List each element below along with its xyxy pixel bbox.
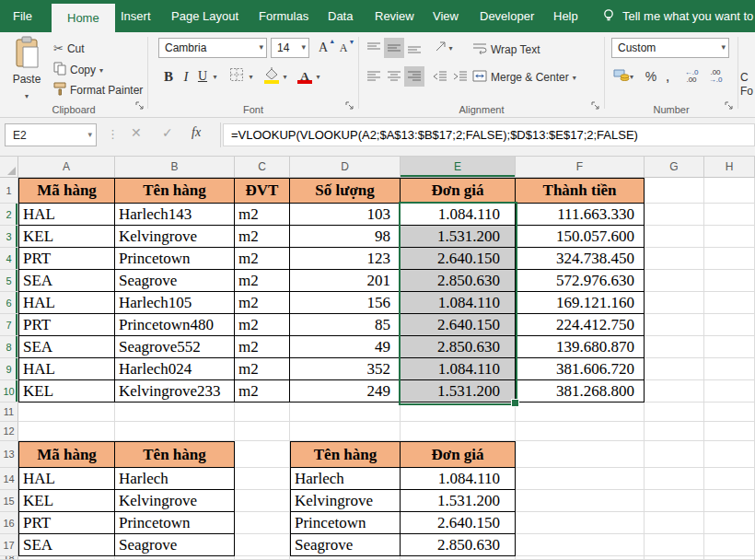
- cell[interactable]: PRT: [18, 512, 115, 534]
- row-header[interactable]: 3: [0, 226, 18, 248]
- cell[interactable]: Princetown480: [115, 314, 235, 336]
- cell[interactable]: 111.663.330: [516, 204, 645, 226]
- cell[interactable]: HAL: [18, 204, 115, 226]
- empty-cell[interactable]: [18, 402, 115, 422]
- row-header[interactable]: 10: [0, 380, 18, 402]
- italic-button[interactable]: I: [179, 66, 193, 87]
- cell[interactable]: Princetown: [115, 512, 235, 534]
- cell[interactable]: PRT: [18, 314, 115, 336]
- tab-developer[interactable]: Developer: [480, 0, 534, 32]
- cell[interactable]: KEL: [18, 490, 115, 512]
- grow-font-button[interactable]: A▲: [313, 38, 333, 58]
- cell[interactable]: 201: [290, 270, 401, 292]
- cell[interactable]: Tên hàng: [290, 441, 401, 468]
- tab-review[interactable]: Review: [375, 0, 414, 32]
- selected-cell[interactable]: 2.850.630: [401, 336, 516, 358]
- decrease-decimal-button[interactable]: .00→.0: [705, 66, 726, 87]
- font-size-combo[interactable]: 14▾: [271, 38, 309, 58]
- cell[interactable]: PRT: [18, 248, 115, 270]
- empty-cell[interactable]: [290, 402, 401, 422]
- font-color-dropdown[interactable]: ▾: [313, 66, 323, 87]
- cell[interactable]: SEA: [18, 336, 115, 358]
- empty-cell[interactable]: [704, 314, 755, 336]
- active-cell[interactable]: 1.084.110: [401, 204, 516, 226]
- cell[interactable]: 156: [290, 292, 401, 314]
- column-header-B[interactable]: B: [115, 157, 235, 178]
- name-box[interactable]: E2 ▾: [5, 123, 97, 146]
- cell[interactable]: 381.268.800: [516, 380, 645, 402]
- cell[interactable]: Seagrove: [115, 534, 235, 556]
- empty-cell[interactable]: [704, 468, 755, 490]
- selected-cell[interactable]: 1.084.110: [401, 358, 516, 380]
- underline-button[interactable]: U: [195, 66, 210, 87]
- cell[interactable]: Seagrove: [115, 270, 235, 292]
- selected-cell[interactable]: 2.640.150: [401, 314, 516, 336]
- empty-cell[interactable]: [704, 292, 755, 314]
- tab-formulas[interactable]: Formulas: [259, 0, 308, 32]
- cell[interactable]: 249: [290, 380, 401, 402]
- tab-page-layout[interactable]: Page Layout: [171, 0, 238, 32]
- empty-cell[interactable]: [516, 468, 645, 490]
- empty-cell[interactable]: [235, 402, 290, 422]
- cell[interactable]: Kelvingrove: [115, 490, 235, 512]
- decrease-indent-button[interactable]: [430, 66, 450, 87]
- cell[interactable]: m2: [235, 204, 290, 226]
- cell[interactable]: m2: [235, 358, 290, 380]
- empty-cell[interactable]: [645, 441, 704, 468]
- empty-cell[interactable]: [645, 292, 704, 314]
- cell[interactable]: m2: [235, 314, 290, 336]
- cell[interactable]: 1.531.200: [401, 490, 516, 512]
- empty-cell[interactable]: [704, 226, 755, 248]
- column-header-G[interactable]: G: [645, 157, 704, 178]
- cell[interactable]: m2: [235, 248, 290, 270]
- borders-button[interactable]: [226, 66, 247, 87]
- cell[interactable]: Thành tiền: [516, 178, 645, 204]
- name-box-dropdown-arrow[interactable]: ▾: [87, 130, 92, 139]
- cell[interactable]: HAL: [18, 468, 115, 490]
- borders-dropdown[interactable]: ▾: [246, 66, 256, 87]
- wrap-text-button[interactable]: Wrap Text: [472, 41, 540, 57]
- paste-button[interactable]: Paste ▾: [6, 36, 48, 113]
- cell[interactable]: Princetown: [290, 512, 401, 534]
- top-align-button[interactable]: [364, 38, 384, 58]
- row-header[interactable]: 6: [0, 292, 18, 314]
- cell[interactable]: Đơn giá: [401, 441, 516, 468]
- empty-cell[interactable]: [235, 512, 290, 534]
- cell[interactable]: 1.084.110: [401, 468, 516, 490]
- tell-me-search[interactable]: Tell me what you want to: [622, 0, 753, 32]
- cell[interactable]: HAL: [18, 292, 115, 314]
- row-header[interactable]: 18: [0, 556, 18, 560]
- empty-cell[interactable]: [704, 402, 755, 422]
- empty-cell[interactable]: [645, 314, 704, 336]
- row-header[interactable]: 5: [0, 270, 18, 292]
- row-header[interactable]: 9: [0, 358, 18, 380]
- cell[interactable]: KEL: [18, 226, 115, 248]
- paste-dropdown-arrow[interactable]: ▾: [25, 92, 29, 100]
- middle-align-button[interactable]: [384, 38, 404, 58]
- row-header[interactable]: 8: [0, 336, 18, 358]
- empty-cell[interactable]: [645, 512, 704, 534]
- tab-insert[interactable]: Insert: [121, 0, 151, 32]
- row-header[interactable]: 17: [0, 534, 18, 556]
- cell[interactable]: Số lượng: [290, 178, 401, 204]
- column-header-E[interactable]: E: [401, 157, 516, 178]
- empty-cell[interactable]: [235, 534, 290, 556]
- cell[interactable]: Mã hàng: [18, 178, 115, 204]
- orientation-button[interactable]: ▾: [430, 38, 458, 58]
- column-header-A[interactable]: A: [18, 157, 115, 178]
- cell[interactable]: 352: [290, 358, 401, 380]
- cell[interactable]: Seagrove552: [115, 336, 235, 358]
- align-right-button[interactable]: [404, 66, 424, 87]
- cell[interactable]: Harlech105: [115, 292, 235, 314]
- cell[interactable]: KEL: [18, 380, 115, 402]
- row-header[interactable]: 2: [0, 204, 18, 226]
- empty-cell[interactable]: [235, 468, 290, 490]
- empty-cell[interactable]: [704, 534, 755, 556]
- conditional-formatting-button[interactable]: C Fo: [740, 32, 755, 118]
- empty-cell[interactable]: [704, 380, 755, 402]
- empty-cell[interactable]: [645, 422, 704, 441]
- format-painter-button[interactable]: Format Painter: [53, 82, 143, 99]
- cell[interactable]: Kelvingrove233: [115, 380, 235, 402]
- merge-center-button[interactable]: Merge & Center▾: [472, 70, 576, 85]
- column-header-H[interactable]: H: [704, 157, 755, 178]
